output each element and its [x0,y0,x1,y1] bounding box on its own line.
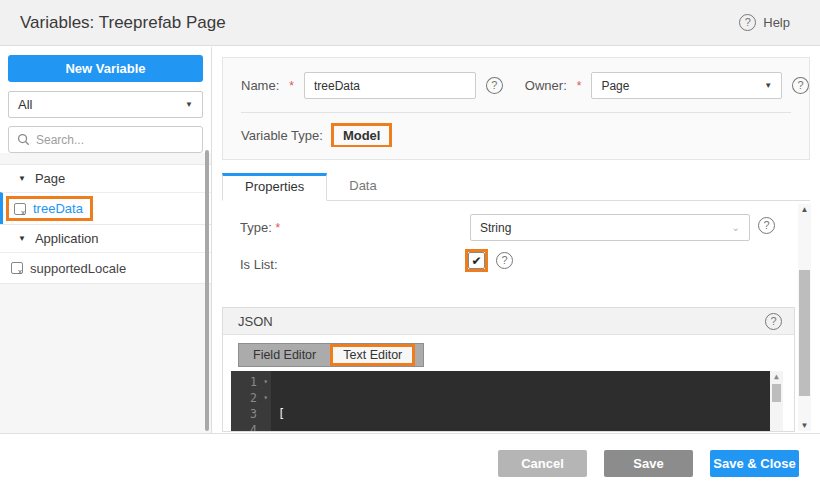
owner-label: Owner: [525,78,567,93]
required-mark: * [289,79,294,93]
name-help-icon[interactable]: ? [486,77,503,94]
scrollbar-thumb[interactable] [772,384,781,402]
sidebar-controls: New Variable All ▼ [0,47,211,153]
is-list-help-icon[interactable]: ? [496,252,513,269]
owner-help-icon[interactable]: ? [792,77,809,94]
variable-icon: x [14,203,26,215]
cancel-button[interactable]: Cancel [498,450,587,477]
scroll-down-icon[interactable]: ▼ [798,421,811,430]
scroll-up-icon: ▲ [774,372,779,382]
tree-item-label: treeData [33,201,83,216]
chevron-down-icon: ⌄ [732,222,740,233]
type-select[interactable]: String ⌄ [470,214,750,241]
help-button[interactable]: ? Help [739,14,790,31]
code-line: [ [278,406,770,422]
fold-caret-icon: ▾ [259,390,268,406]
scrollbar-thumb[interactable] [799,270,810,396]
chevron-down-icon: ▼ [185,100,193,109]
tree-group-page[interactable]: ▼ Page [0,164,211,192]
variable-icon: x [11,262,23,274]
filter-value: All [18,97,32,112]
tab-properties[interactable]: Properties [222,173,327,201]
tree-item-supportedlocale[interactable]: x supportedLocale [0,252,211,284]
annotation-box: ✔ [465,249,488,272]
properties-scrollbar[interactable]: ▲ ▼ [798,204,811,431]
search-icon [17,133,30,146]
variables-tree: ▼ Page x treeData ▼ Application x suppor… [0,164,211,284]
dialog-header: Variables: Treeprefab Page ? Help [0,0,820,46]
help-icon: ? [739,14,756,31]
required-mark: * [275,221,280,235]
collapse-caret-icon: ▼ [18,174,26,183]
variables-sidebar: New Variable All ▼ ▼ Page x treeData ▼ A… [0,47,212,433]
variable-type-label: Variable Type: [241,128,323,143]
tree-item-treedata[interactable]: x treeData [0,192,211,224]
owner-value: Page [601,79,629,93]
scroll-up-icon[interactable]: ▲ [798,205,811,214]
page-title: Variables: Treeprefab Page [20,13,226,33]
new-variable-button[interactable]: New Variable [8,55,203,82]
variable-summary-panel: Name: * ? Owner: * Page ▼ ? Variable Typ… [222,57,810,160]
editor-mode-toggle: Field Editor Text Editor [238,343,424,367]
type-help-icon[interactable]: ? [758,217,775,234]
json-section-title: JSON [238,314,273,329]
variable-search[interactable] [8,126,203,153]
collapse-caret-icon: ▼ [18,234,26,243]
editor-code[interactable]: [ ··{ ····"id": 1, ····"title": "1. drag… [271,371,770,431]
json-help-icon[interactable]: ? [765,313,782,330]
detail-tabs: Properties Data [222,173,810,201]
tree-group-application[interactable]: ▼ Application [0,224,211,252]
tree-group-label: Application [35,231,99,246]
save-and-close-button[interactable]: Save & Close [710,450,799,477]
chevron-down-icon: ▼ [764,81,772,90]
editor-scrollbar[interactable]: ▲ [770,371,783,431]
is-list-label: Is List: [240,257,278,272]
json-text-editor[interactable]: 1▾ 2▾ 3 4 [ ··{ ····"id": 1, ····"title"… [231,371,783,431]
variable-filter-select[interactable]: All ▼ [8,91,203,118]
help-label: Help [763,15,790,30]
annotation-box: Model [331,123,393,147]
field-editor-button[interactable]: Field Editor [239,344,330,366]
tab-data[interactable]: Data [327,173,398,200]
is-list-checkbox[interactable]: ✔ [468,252,485,269]
annotation-box: x treeData [6,196,93,221]
save-button[interactable]: Save [604,450,693,477]
dialog-footer: Cancel Save Save & Close [0,433,820,490]
fold-caret-icon: ▾ [259,374,268,390]
text-editor-button[interactable]: Text Editor [330,344,415,366]
variable-type-value: Model [334,126,390,145]
tree-group-label: Page [35,171,65,186]
tree-item-label: supportedLocale [30,261,126,276]
sidebar-scrollbar[interactable] [205,150,209,431]
editor-gutter: 1▾ 2▾ 3 4 [231,371,271,431]
owner-select[interactable]: Page ▼ [591,72,782,99]
search-input[interactable] [36,133,194,147]
type-label: Type: * [240,220,280,235]
required-mark: * [577,79,582,93]
name-label: Name: [241,78,279,93]
variable-detail-panel: Name: * ? Owner: * Page ▼ ? Variable Typ… [213,46,820,433]
name-field[interactable] [304,72,476,99]
type-value: String [480,221,511,235]
json-section: JSON ? Field Editor Text Editor 1▾ 2▾ 3 … [222,307,795,432]
